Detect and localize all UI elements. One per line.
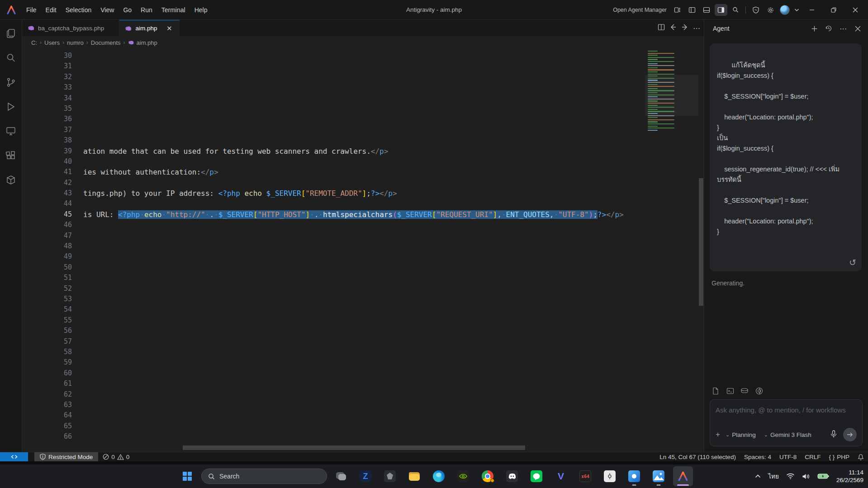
agent-close-icon[interactable] [852,23,863,34]
tab-close-icon[interactable]: ✕ [165,24,174,33]
breadcrumb-item-numro[interactable]: numro [67,39,84,46]
taskbar-app-light-app-icon[interactable] [600,466,620,486]
new-chat-icon[interactable] [808,23,820,34]
vertical-scrollbar[interactable] [699,178,703,306]
code-line-56[interactable]: 56 [22,326,645,336]
split-editor-icon[interactable] [658,24,665,33]
taskbar-search[interactable]: Search [201,469,327,484]
account-avatar[interactable] [778,4,791,16]
code-line-53[interactable]: 53 [22,294,645,304]
model-selector[interactable]: ⌄ Gemini 3 Flash [761,430,814,440]
history-icon[interactable] [823,23,835,34]
menu-item-go[interactable]: Go [119,3,136,17]
taskbar-app-paint3d-icon[interactable] [624,466,644,486]
taskbar-app-chrome-icon[interactable] [478,466,498,486]
taskbar-app-window-app-icon[interactable] [331,466,351,486]
menu-item-view[interactable]: View [96,3,119,17]
menu-item-edit[interactable]: Edit [41,3,61,17]
packages-icon[interactable] [2,171,20,189]
browser-context-icon[interactable] [754,386,764,396]
navigate-forward-icon[interactable] [681,24,688,33]
menu-item-file[interactable]: File [22,3,41,17]
code-line-52[interactable]: 52 [22,284,645,294]
terminal-context-icon[interactable] [725,386,735,396]
code-line-41[interactable]: 41ies without authentication:</p> [22,167,645,177]
code-editor[interactable]: 30313233343536373839ation mode that can … [22,49,704,452]
taskbar-app-poly-app-icon[interactable] [380,466,400,486]
agent-input-placeholder[interactable]: Ask anything, @ to mention, / for workfl… [716,406,857,422]
taskbar-app-edge-icon[interactable] [429,466,449,486]
taskbar-app-x64-app-icon[interactable]: x64 [575,466,595,486]
code-line-55[interactable]: 55 [22,315,645,326]
code-line-58[interactable]: 58 [22,347,645,357]
menu-item-run[interactable]: Run [136,3,157,17]
code-line-59[interactable]: 59 [22,357,645,368]
code-line-34[interactable]: 34 [22,93,645,104]
send-button[interactable] [843,428,857,441]
agent-more-icon[interactable]: ⋯ [837,23,849,34]
toggle-bottom-panel-icon[interactable] [700,4,713,16]
code-line-48[interactable]: 48 [22,241,645,251]
input-language-indicator[interactable]: ไทย [768,471,779,481]
taskbar-app-file-explorer-icon[interactable] [404,466,424,486]
indentation[interactable]: Spaces: 4 [740,454,775,460]
restricted-mode-badge[interactable]: Restricted Mode [34,452,98,461]
cursor-position[interactable]: Ln 45, Col 67 (110 selected) [655,454,740,460]
code-line-36[interactable]: 36 [22,114,645,124]
horizontal-scrollbar[interactable] [183,445,525,450]
code-line-49[interactable]: 49 [22,251,645,262]
taskbar-app-line-icon[interactable] [526,466,546,486]
agent-input-box[interactable]: Ask anything, @ to mention, / for workfl… [710,399,863,446]
code-line-50[interactable]: 50 [22,262,645,273]
restore-button[interactable] [824,0,844,20]
search-icon[interactable] [2,49,20,67]
code-line-45[interactable]: 45is URL: <?php·echo·"http://"·.·$_SERVE… [22,209,645,220]
extensions-icon[interactable] [2,147,20,165]
code-line-32[interactable]: 32 [22,72,645,82]
code-line-37[interactable]: 37 [22,125,645,135]
attach-plus-icon[interactable]: + [716,430,720,439]
code-line-64[interactable]: 64 [22,410,645,421]
taskbar-app-v-app-icon[interactable]: V [551,466,571,486]
command-search-icon[interactable] [729,4,742,16]
code-line-62[interactable]: 62 [22,389,645,400]
agent-manager-icon[interactable] [671,4,684,16]
more-actions-icon[interactable]: ⋯ [693,24,700,33]
minimize-button[interactable] [802,0,822,20]
encoding[interactable]: UTF-8 [775,454,801,460]
code-line-61[interactable]: 61 [22,379,645,389]
code-line-31[interactable]: 31 [22,61,645,71]
code-line-30[interactable]: 30 [22,51,645,61]
user-message-card[interactable]: แก้โค้ดชุดนี้ if($login_success) { $_SES… [710,43,862,271]
code-line-33[interactable]: 33 [22,82,645,93]
start-button[interactable] [177,466,197,486]
toggle-right-sidebar-icon[interactable] [715,4,727,16]
breadcrumb-item-aimphp[interactable]: aim.php [128,39,157,46]
minimap[interactable] [645,49,698,452]
explorer-icon[interactable] [2,24,20,43]
code-line-40[interactable]: 40 [22,156,645,167]
code-line-57[interactable]: 57 [22,336,645,347]
eol-sequence[interactable]: CRLF [801,454,825,460]
breadcrumb-item-documents[interactable]: Documents [91,39,121,46]
code-line-46[interactable]: 46 [22,220,645,230]
code-line-47[interactable]: 47 [22,231,645,241]
code-line-51[interactable]: 51 [22,273,645,283]
breadcrumb-item-users[interactable]: Users [44,39,60,46]
tab-ba_captcha_bypass.php[interactable]: ba_captcha_bypass.php [22,20,119,36]
breadcrumb-item-c[interactable]: C: [31,39,37,46]
menu-item-help[interactable]: Help [190,3,212,17]
menu-item-selection[interactable]: Selection [61,3,96,17]
volume-icon[interactable] [802,473,810,480]
remote-indicator[interactable] [0,452,28,461]
file-context-icon[interactable] [711,386,721,396]
code-line-43[interactable]: 43tings.php) to your IP address: <?php e… [22,188,645,199]
open-agent-manager-button[interactable]: Open Agent Manager [613,7,667,13]
settings-gear-icon[interactable] [764,4,777,16]
notifications-bell-icon[interactable] [854,454,868,460]
chevron-down-icon[interactable] [793,4,800,16]
taskbar-app-nvidia-icon[interactable] [453,466,473,486]
undo-icon[interactable]: ↺ [849,257,856,268]
code-line-54[interactable]: 54 [22,304,645,315]
battery-icon[interactable] [817,473,829,479]
